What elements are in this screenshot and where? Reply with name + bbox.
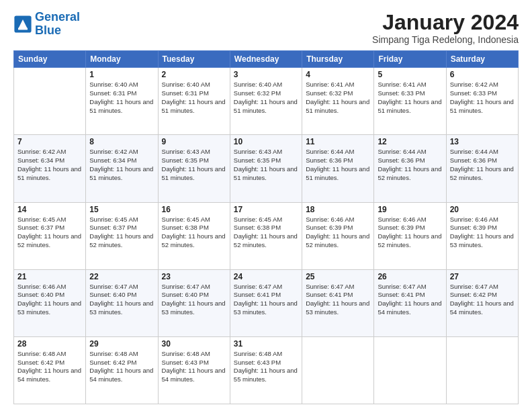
- cell-day-number: 11: [306, 137, 370, 146]
- calendar-subtitle: Simpang Tiga Redelong, Indonesia: [372, 34, 519, 45]
- cell-day-number: 30: [162, 339, 226, 349]
- cell-info: Sunrise: 6:47 AMSunset: 6:40 PMDaylight:…: [162, 283, 226, 317]
- table-row: 25 Sunrise: 6:47 AMSunset: 6:41 PMDaylig…: [302, 269, 374, 336]
- cell-day-number: 29: [89, 339, 154, 349]
- logo: General Blue: [13, 11, 80, 38]
- table-row: 2 Sunrise: 6:40 AMSunset: 6:31 PMDayligh…: [158, 68, 230, 135]
- cell-day-number: 21: [17, 272, 82, 281]
- table-row: 11 Sunrise: 6:44 AMSunset: 6:36 PMDaylig…: [302, 135, 374, 202]
- cell-info: Sunrise: 6:40 AMSunset: 6:31 PMDaylight:…: [89, 81, 154, 115]
- table-row: 12 Sunrise: 6:44 AMSunset: 6:36 PMDaylig…: [374, 135, 446, 202]
- cell-day-number: 6: [450, 70, 515, 79]
- cell-info: Sunrise: 6:45 AMSunset: 6:38 PMDaylight:…: [234, 216, 298, 250]
- col-monday: Monday: [86, 51, 158, 68]
- title-block: January 2024 Simpang Tiga Redelong, Indo…: [372, 11, 519, 45]
- calendar-week-row: 28 Sunrise: 6:48 AMSunset: 6:42 PMDaylig…: [14, 336, 519, 404]
- cell-info: Sunrise: 6:46 AMSunset: 6:39 PMDaylight:…: [378, 216, 442, 250]
- cell-info: Sunrise: 6:48 AMSunset: 6:43 PMDaylight:…: [162, 350, 226, 384]
- table-row: [302, 336, 374, 404]
- table-row: 10 Sunrise: 6:43 AMSunset: 6:35 PMDaylig…: [230, 135, 302, 202]
- cell-info: Sunrise: 6:45 AMSunset: 6:37 PMDaylight:…: [17, 216, 82, 250]
- col-tuesday: Tuesday: [158, 51, 230, 68]
- logo-general: General: [35, 10, 80, 24]
- table-row: 17 Sunrise: 6:45 AMSunset: 6:38 PMDaylig…: [230, 202, 302, 269]
- cell-info: Sunrise: 6:46 AMSunset: 6:39 PMDaylight:…: [450, 216, 515, 250]
- table-row: 24 Sunrise: 6:47 AMSunset: 6:41 PMDaylig…: [230, 269, 302, 336]
- cell-day-number: 20: [450, 205, 515, 214]
- cell-info: Sunrise: 6:43 AMSunset: 6:35 PMDaylight:…: [234, 148, 298, 182]
- cell-day-number: 2: [162, 70, 226, 79]
- table-row: 31 Sunrise: 6:48 AMSunset: 6:43 PMDaylig…: [230, 336, 302, 404]
- cell-day-number: 16: [162, 205, 226, 214]
- table-row: 6 Sunrise: 6:42 AMSunset: 6:33 PMDayligh…: [446, 68, 518, 135]
- cell-day-number: 7: [17, 137, 82, 146]
- cell-info: Sunrise: 6:47 AMSunset: 6:41 PMDaylight:…: [234, 283, 298, 317]
- table-row: [374, 336, 446, 404]
- cell-info: Sunrise: 6:46 AMSunset: 6:40 PMDaylight:…: [17, 283, 82, 317]
- calendar-table: Sunday Monday Tuesday Wednesday Thursday…: [13, 50, 519, 404]
- cell-info: Sunrise: 6:47 AMSunset: 6:42 PMDaylight:…: [450, 283, 515, 317]
- cell-day-number: 12: [378, 137, 442, 146]
- cell-day-number: 13: [450, 137, 515, 146]
- cell-info: Sunrise: 6:41 AMSunset: 6:33 PMDaylight:…: [378, 81, 442, 115]
- cell-info: Sunrise: 6:42 AMSunset: 6:33 PMDaylight:…: [450, 81, 515, 115]
- calendar-week-row: 7 Sunrise: 6:42 AMSunset: 6:34 PMDayligh…: [14, 135, 519, 202]
- cell-info: Sunrise: 6:45 AMSunset: 6:38 PMDaylight:…: [162, 216, 226, 250]
- table-row: 18 Sunrise: 6:46 AMSunset: 6:39 PMDaylig…: [302, 202, 374, 269]
- svg-rect-2: [18, 28, 28, 30]
- col-saturday: Saturday: [446, 51, 518, 68]
- table-row: 3 Sunrise: 6:40 AMSunset: 6:32 PMDayligh…: [230, 68, 302, 135]
- cell-day-number: 5: [378, 70, 442, 79]
- cell-info: Sunrise: 6:48 AMSunset: 6:43 PMDaylight:…: [234, 350, 298, 384]
- table-row: [446, 336, 518, 404]
- table-row: 22 Sunrise: 6:47 AMSunset: 6:40 PMDaylig…: [86, 269, 158, 336]
- cell-day-number: 1: [89, 70, 154, 79]
- logo-icon: [13, 15, 32, 34]
- cell-day-number: 22: [89, 272, 154, 281]
- table-row: 1 Sunrise: 6:40 AMSunset: 6:31 PMDayligh…: [86, 68, 158, 135]
- table-row: 8 Sunrise: 6:42 AMSunset: 6:34 PMDayligh…: [86, 135, 158, 202]
- cell-day-number: 23: [162, 272, 226, 281]
- cell-info: Sunrise: 6:45 AMSunset: 6:37 PMDaylight:…: [89, 216, 154, 250]
- table-row: 15 Sunrise: 6:45 AMSunset: 6:37 PMDaylig…: [86, 202, 158, 269]
- cell-info: Sunrise: 6:42 AMSunset: 6:34 PMDaylight:…: [17, 148, 82, 182]
- col-friday: Friday: [374, 51, 446, 68]
- logo-text: General Blue: [35, 11, 80, 38]
- cell-info: Sunrise: 6:41 AMSunset: 6:32 PMDaylight:…: [306, 81, 370, 115]
- table-row: 13 Sunrise: 6:44 AMSunset: 6:36 PMDaylig…: [446, 135, 518, 202]
- col-thursday: Thursday: [302, 51, 374, 68]
- col-sunday: Sunday: [14, 51, 86, 68]
- cell-day-number: 14: [17, 205, 82, 214]
- cell-day-number: 17: [234, 205, 298, 214]
- calendar-week-row: 14 Sunrise: 6:45 AMSunset: 6:37 PMDaylig…: [14, 202, 519, 269]
- calendar-header-row: Sunday Monday Tuesday Wednesday Thursday…: [14, 51, 519, 68]
- cell-day-number: 28: [17, 339, 82, 349]
- table-row: 4 Sunrise: 6:41 AMSunset: 6:32 PMDayligh…: [302, 68, 374, 135]
- table-row: 5 Sunrise: 6:41 AMSunset: 6:33 PMDayligh…: [374, 68, 446, 135]
- cell-day-number: 26: [378, 272, 442, 281]
- table-row: 19 Sunrise: 6:46 AMSunset: 6:39 PMDaylig…: [374, 202, 446, 269]
- table-row: 16 Sunrise: 6:45 AMSunset: 6:38 PMDaylig…: [158, 202, 230, 269]
- cell-info: Sunrise: 6:47 AMSunset: 6:41 PMDaylight:…: [378, 283, 442, 317]
- cell-info: Sunrise: 6:40 AMSunset: 6:31 PMDaylight:…: [162, 81, 226, 115]
- cell-day-number: 9: [162, 137, 226, 146]
- table-row: [14, 68, 86, 135]
- table-row: 27 Sunrise: 6:47 AMSunset: 6:42 PMDaylig…: [446, 269, 518, 336]
- cell-day-number: 31: [234, 339, 298, 349]
- cell-info: Sunrise: 6:46 AMSunset: 6:39 PMDaylight:…: [306, 216, 370, 250]
- table-row: 7 Sunrise: 6:42 AMSunset: 6:34 PMDayligh…: [14, 135, 86, 202]
- calendar-week-row: 1 Sunrise: 6:40 AMSunset: 6:31 PMDayligh…: [14, 68, 519, 135]
- col-wednesday: Wednesday: [230, 51, 302, 68]
- cell-day-number: 19: [378, 205, 442, 214]
- cell-info: Sunrise: 6:44 AMSunset: 6:36 PMDaylight:…: [450, 148, 515, 182]
- table-row: 14 Sunrise: 6:45 AMSunset: 6:37 PMDaylig…: [14, 202, 86, 269]
- cell-info: Sunrise: 6:48 AMSunset: 6:42 PMDaylight:…: [89, 350, 154, 384]
- table-row: 23 Sunrise: 6:47 AMSunset: 6:40 PMDaylig…: [158, 269, 230, 336]
- cell-day-number: 24: [234, 272, 298, 281]
- cell-info: Sunrise: 6:47 AMSunset: 6:41 PMDaylight:…: [306, 283, 370, 317]
- cell-day-number: 15: [89, 205, 154, 214]
- cell-info: Sunrise: 6:47 AMSunset: 6:40 PMDaylight:…: [89, 283, 154, 317]
- cell-info: Sunrise: 6:40 AMSunset: 6:32 PMDaylight:…: [234, 81, 298, 115]
- cell-info: Sunrise: 6:44 AMSunset: 6:36 PMDaylight:…: [378, 148, 442, 182]
- cell-info: Sunrise: 6:42 AMSunset: 6:34 PMDaylight:…: [89, 148, 154, 182]
